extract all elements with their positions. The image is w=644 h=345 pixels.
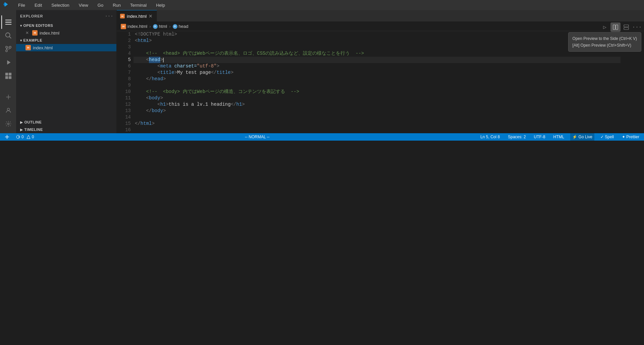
layout-button[interactable] (621, 22, 631, 32)
source-control-activity-icon[interactable] (1, 42, 15, 56)
line-number-14: 14 (119, 114, 131, 120)
code-line-12[interactable]: <h1>this is a lv.1 heading</h1> (133, 101, 621, 108)
split-editor-button[interactable] (610, 22, 621, 32)
svg-line-1 (9, 37, 11, 39)
run-button[interactable]: ▷ (600, 22, 610, 32)
remote-activity-icon[interactable] (1, 90, 15, 104)
breadcrumb-filename[interactable]: index.html (127, 24, 147, 29)
breadcrumb-html[interactable]: ⊛ html (153, 24, 167, 29)
warning-count: 0 (32, 135, 34, 139)
search-activity-icon[interactable] (1, 29, 15, 42)
line-number-12: 12 (119, 101, 131, 108)
open-editors-section[interactable]: ▾ OPEN EDITORS (16, 22, 116, 29)
extensions-activity-icon[interactable] (1, 69, 15, 83)
tooltip-line1: Open Preview to the Side (Ctrl+K V) (573, 35, 637, 42)
code-editor[interactable]: 12345678910111213141516 <!DOCTYPE html><… (117, 31, 644, 133)
vim-mode-text: -- NORMAL -- (245, 135, 270, 139)
line-number-16: 16 (119, 127, 131, 133)
example-arrow: ▾ (20, 39, 22, 42)
open-editors-arrow: ▾ (20, 24, 22, 28)
code-line-5[interactable]: <head> (133, 57, 621, 63)
menu-go[interactable]: Go (96, 2, 105, 8)
line-number-10: 10 (119, 89, 131, 95)
code-line-10[interactable]: <!-- <body> 内ではWebページの構造、コンテンツを表記する --> (133, 89, 621, 95)
tab-close-icon[interactable]: ✕ (149, 13, 153, 19)
position-item[interactable]: Ln 5, Col 8 (478, 133, 502, 141)
timeline-label: TIMELINE (24, 128, 43, 132)
tab-index-html[interactable]: H index.html ✕ (117, 10, 157, 22)
breadcrumb-head[interactable]: ⊛ head (173, 24, 189, 29)
svg-rect-8 (9, 76, 11, 79)
menu-edit[interactable]: Edit (33, 2, 44, 8)
svg-rect-5 (5, 73, 8, 76)
tab-bar: H index.html ✕ (117, 10, 644, 22)
sidebar-filename: index.html (33, 45, 53, 50)
breadcrumb-head-label: head (179, 24, 189, 29)
code-content[interactable]: <!DOCTYPE html><html> <!-- <head> 内ではWeb… (133, 31, 621, 133)
settings-activity-icon[interactable] (1, 117, 15, 131)
error-count: 0 (21, 135, 24, 139)
run-debug-activity-icon[interactable] (1, 56, 15, 69)
code-line-8[interactable]: </head> (133, 76, 621, 82)
code-line-7[interactable]: <title>My test page</title> (133, 69, 621, 76)
encoding-item[interactable]: UTF-8 (532, 133, 547, 141)
code-line-2[interactable]: <html> (133, 38, 621, 44)
code-line-13[interactable]: </body> (133, 108, 621, 114)
code-line-16[interactable] (133, 127, 621, 133)
status-bar: ✕ 0 0 -- NORMAL -- Ln 5, Col 8 Spaces: 2… (0, 133, 644, 141)
sidebar-header: EXPLORER ··· (16, 10, 116, 22)
error-warning-item[interactable]: ✕ 0 0 (14, 133, 36, 141)
line-number-2: 2 (119, 38, 131, 44)
outline-arrow: ▶ (20, 120, 23, 124)
svg-text:✕: ✕ (18, 136, 20, 139)
spell-item[interactable]: ✓ Spell (598, 133, 616, 141)
spaces-item[interactable]: Spaces: 2 (506, 133, 528, 141)
explorer-activity-icon[interactable] (1, 15, 15, 29)
menu-run[interactable]: Run (111, 2, 123, 8)
language-text: HTML (553, 135, 565, 139)
code-line-9[interactable] (133, 82, 621, 89)
remote-status-item[interactable] (3, 133, 11, 141)
menu-selection[interactable]: Selection (49, 2, 71, 8)
code-line-4[interactable]: <!-- <head> 内ではWebページの表示名、ロゴ、CSSの読み込みなど、… (133, 50, 621, 57)
code-line-1[interactable]: <!DOCTYPE html> (133, 31, 621, 38)
menu-help[interactable]: Help (154, 2, 167, 8)
example-section[interactable]: ▾ EXAMPLE (16, 37, 116, 44)
line-number-5: 5 (119, 57, 131, 63)
code-line-11[interactable]: <body> (133, 95, 621, 101)
line-number-9: 9 (119, 82, 131, 89)
sidebar-file-index-html[interactable]: H index.html (16, 44, 116, 51)
code-line-3[interactable] (133, 44, 621, 50)
example-label: EXAMPLE (23, 38, 43, 42)
menu-bar: File Edit Selection View Go Run Terminal… (0, 0, 644, 10)
line-number-8: 8 (119, 76, 131, 82)
code-line-14[interactable] (133, 114, 621, 120)
line-number-7: 7 (119, 69, 131, 76)
code-line-15[interactable]: </html> (133, 120, 621, 127)
golive-item[interactable]: ⚡ Go Live (570, 133, 594, 141)
outline-section[interactable]: ▶ OUTLINE (16, 118, 116, 126)
close-editor-icon[interactable]: ✕ (25, 31, 29, 35)
html-file-icon-2: H (25, 45, 31, 50)
menu-view[interactable]: View (77, 2, 90, 8)
breadcrumb-file-icon: H (121, 24, 126, 29)
svg-point-2 (6, 46, 8, 48)
more-actions-button[interactable]: ··· (632, 22, 642, 32)
svg-point-3 (6, 50, 8, 52)
app-container: File Edit Selection View Go Run Terminal… (0, 0, 644, 141)
account-activity-icon[interactable] (1, 104, 15, 117)
code-line-6[interactable]: <meta charset="utf-8"> (133, 63, 621, 69)
prettier-item[interactable]: ✦ Prettier (620, 133, 641, 141)
breadcrumb-html-icon: ⊛ (153, 24, 158, 29)
open-editor-file-index-html[interactable]: ✕ H index.html (16, 29, 116, 37)
status-right: Ln 5, Col 8 Spaces: 2 UTF-8 HTML ⚡ Go Li… (478, 133, 641, 141)
sidebar-more-button[interactable]: ··· (106, 13, 112, 19)
outline-label: OUTLINE (24, 120, 42, 124)
svg-point-0 (6, 33, 10, 37)
language-item[interactable]: HTML (551, 133, 567, 141)
app-icon (3, 1, 9, 9)
timeline-section[interactable]: ▶ TIMELINE (16, 126, 116, 133)
line-number-4: 4 (119, 50, 131, 57)
menu-file[interactable]: File (16, 2, 27, 8)
menu-terminal[interactable]: Terminal (128, 2, 149, 8)
